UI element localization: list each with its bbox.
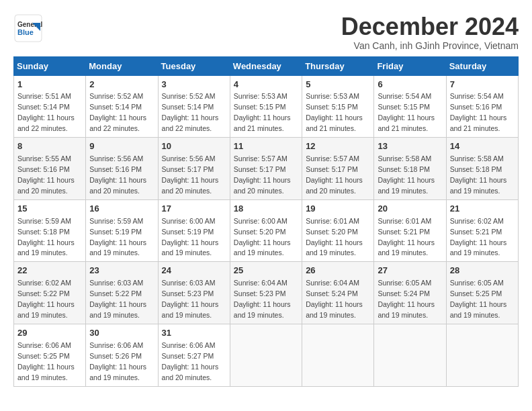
calendar-cell: 27Sunrise: 6:05 AM Sunset: 5:24 PM Dayli… [374,262,446,324]
calendar-cell: 12Sunrise: 5:57 AM Sunset: 5:17 PM Dayli… [302,138,374,200]
day-info: Sunrise: 6:04 AM Sunset: 5:24 PM Dayligh… [306,279,363,319]
weekday-header-friday: Friday [374,56,446,75]
day-info: Sunrise: 6:05 AM Sunset: 5:25 PM Dayligh… [450,279,507,319]
day-info: Sunrise: 6:01 AM Sunset: 5:20 PM Dayligh… [306,217,363,257]
day-number: 14 [450,140,515,153]
day-number: 2 [89,79,154,91]
day-info: Sunrise: 6:02 AM Sunset: 5:22 PM Dayligh… [17,279,75,319]
day-number: 30 [89,327,154,340]
day-info: Sunrise: 6:03 AM Sunset: 5:23 PM Dayligh… [162,279,219,319]
calendar-cell: 29Sunrise: 6:06 AM Sunset: 5:25 PM Dayli… [14,324,86,386]
calendar-cell: 11Sunrise: 5:57 AM Sunset: 5:17 PM Dayli… [230,138,302,200]
calendar-cell [302,324,374,386]
day-number: 17 [162,203,226,216]
calendar-cell: 6Sunrise: 5:54 AM Sunset: 5:15 PM Daylig… [374,75,446,138]
calendar-cell: 18Sunrise: 6:00 AM Sunset: 5:20 PM Dayli… [230,199,302,262]
calendar-cell: 10Sunrise: 5:56 AM Sunset: 5:17 PM Dayli… [158,138,230,200]
calendar-week-3: 15Sunrise: 5:59 AM Sunset: 5:18 PM Dayli… [14,199,519,262]
day-info: Sunrise: 5:55 AM Sunset: 5:16 PM Dayligh… [17,154,75,195]
day-info: Sunrise: 5:57 AM Sunset: 5:17 PM Dayligh… [306,154,363,195]
title-area: December 2024 Van Canh, inh GJinh Provin… [341,13,519,51]
day-number: 31 [162,327,226,340]
day-info: Sunrise: 6:00 AM Sunset: 5:20 PM Dayligh… [234,217,291,257]
day-number: 18 [234,203,298,216]
calendar-cell: 30Sunrise: 6:06 AM Sunset: 5:26 PM Dayli… [86,324,158,386]
day-info: Sunrise: 6:00 AM Sunset: 5:19 PM Dayligh… [162,217,219,257]
calendar-cell [374,324,446,386]
day-info: Sunrise: 6:01 AM Sunset: 5:21 PM Dayligh… [378,217,435,257]
day-info: Sunrise: 5:53 AM Sunset: 5:15 PM Dayligh… [306,92,363,132]
day-info: Sunrise: 6:06 AM Sunset: 5:27 PM Dayligh… [162,341,219,381]
day-number: 24 [162,265,226,277]
day-info: Sunrise: 5:56 AM Sunset: 5:17 PM Dayligh… [162,154,219,195]
calendar-cell: 5Sunrise: 5:53 AM Sunset: 5:15 PM Daylig… [302,75,374,138]
day-info: Sunrise: 6:06 AM Sunset: 5:25 PM Dayligh… [17,341,75,381]
day-number: 23 [89,265,154,277]
day-number: 7 [450,79,515,91]
day-number: 22 [17,265,82,277]
calendar-cell: 15Sunrise: 5:59 AM Sunset: 5:18 PM Dayli… [14,199,86,262]
day-number: 20 [378,203,442,216]
calendar-table: SundayMondayTuesdayWednesdayThursdayFrid… [13,56,519,387]
weekday-header-monday: Monday [86,56,158,75]
logo-icon: General Blue [13,13,43,43]
day-info: Sunrise: 5:57 AM Sunset: 5:17 PM Dayligh… [234,154,291,195]
day-number: 13 [378,140,442,153]
day-info: Sunrise: 5:52 AM Sunset: 5:14 PM Dayligh… [162,92,219,132]
weekday-header-thursday: Thursday [302,56,374,75]
calendar-cell: 1Sunrise: 5:51 AM Sunset: 5:14 PM Daylig… [14,75,86,138]
day-number: 15 [17,203,82,216]
day-number: 16 [89,203,154,216]
svg-text:Blue: Blue [17,28,34,36]
calendar-cell: 19Sunrise: 6:01 AM Sunset: 5:20 PM Dayli… [302,199,374,262]
calendar-cell: 28Sunrise: 6:05 AM Sunset: 5:25 PM Dayli… [446,262,518,324]
calendar-week-5: 29Sunrise: 6:06 AM Sunset: 5:25 PM Dayli… [14,324,519,386]
day-number: 21 [450,203,515,216]
day-info: Sunrise: 5:58 AM Sunset: 5:18 PM Dayligh… [450,154,507,195]
calendar-cell: 8Sunrise: 5:55 AM Sunset: 5:16 PM Daylig… [14,138,86,200]
day-number: 11 [234,140,298,153]
calendar-cell: 26Sunrise: 6:04 AM Sunset: 5:24 PM Dayli… [302,262,374,324]
day-number: 6 [378,79,442,91]
calendar-cell: 31Sunrise: 6:06 AM Sunset: 5:27 PM Dayli… [158,324,230,386]
day-number: 8 [17,140,82,153]
calendar-cell: 3Sunrise: 5:52 AM Sunset: 5:14 PM Daylig… [158,75,230,138]
calendar-week-2: 8Sunrise: 5:55 AM Sunset: 5:16 PM Daylig… [14,138,519,200]
day-number: 10 [162,140,226,153]
day-number: 9 [89,140,154,153]
calendar-cell: 16Sunrise: 5:59 AM Sunset: 5:19 PM Dayli… [86,199,158,262]
calendar-cell: 14Sunrise: 5:58 AM Sunset: 5:18 PM Dayli… [446,138,518,200]
day-info: Sunrise: 5:52 AM Sunset: 5:14 PM Dayligh… [89,92,146,132]
day-number: 27 [378,265,442,277]
calendar-cell: 9Sunrise: 5:56 AM Sunset: 5:16 PM Daylig… [86,138,158,200]
calendar-cell: 13Sunrise: 5:58 AM Sunset: 5:18 PM Dayli… [374,138,446,200]
day-info: Sunrise: 5:51 AM Sunset: 5:14 PM Dayligh… [17,92,75,132]
day-info: Sunrise: 5:56 AM Sunset: 5:16 PM Dayligh… [89,154,146,195]
calendar-cell: 21Sunrise: 6:02 AM Sunset: 5:21 PM Dayli… [446,199,518,262]
calendar-cell: 2Sunrise: 5:52 AM Sunset: 5:14 PM Daylig… [86,75,158,138]
calendar-body: 1Sunrise: 5:51 AM Sunset: 5:14 PM Daylig… [14,75,519,386]
day-number: 12 [306,140,370,153]
day-number: 28 [450,265,515,277]
calendar-cell [446,324,518,386]
weekday-header-sunday: Sunday [14,56,86,75]
calendar-cell: 23Sunrise: 6:03 AM Sunset: 5:22 PM Dayli… [86,262,158,324]
day-number: 1 [17,79,82,91]
weekday-header-wednesday: Wednesday [230,56,302,75]
day-number: 26 [306,265,370,277]
day-info: Sunrise: 5:54 AM Sunset: 5:15 PM Dayligh… [378,92,435,132]
day-info: Sunrise: 6:03 AM Sunset: 5:22 PM Dayligh… [89,279,146,319]
calendar-cell: 20Sunrise: 6:01 AM Sunset: 5:21 PM Dayli… [374,199,446,262]
day-info: Sunrise: 5:58 AM Sunset: 5:18 PM Dayligh… [378,154,435,195]
day-number: 5 [306,79,370,91]
day-number: 29 [17,327,82,340]
day-info: Sunrise: 6:06 AM Sunset: 5:26 PM Dayligh… [89,341,146,381]
calendar-cell: 4Sunrise: 5:53 AM Sunset: 5:15 PM Daylig… [230,75,302,138]
calendar-week-4: 22Sunrise: 6:02 AM Sunset: 5:22 PM Dayli… [14,262,519,324]
location-subtitle: Van Canh, inh GJinh Province, Vietnam [341,40,519,51]
day-info: Sunrise: 5:54 AM Sunset: 5:16 PM Dayligh… [450,92,507,132]
day-number: 4 [234,79,298,91]
day-info: Sunrise: 5:59 AM Sunset: 5:18 PM Dayligh… [17,217,75,257]
calendar-cell: 25Sunrise: 6:04 AM Sunset: 5:23 PM Dayli… [230,262,302,324]
calendar-cell [230,324,302,386]
